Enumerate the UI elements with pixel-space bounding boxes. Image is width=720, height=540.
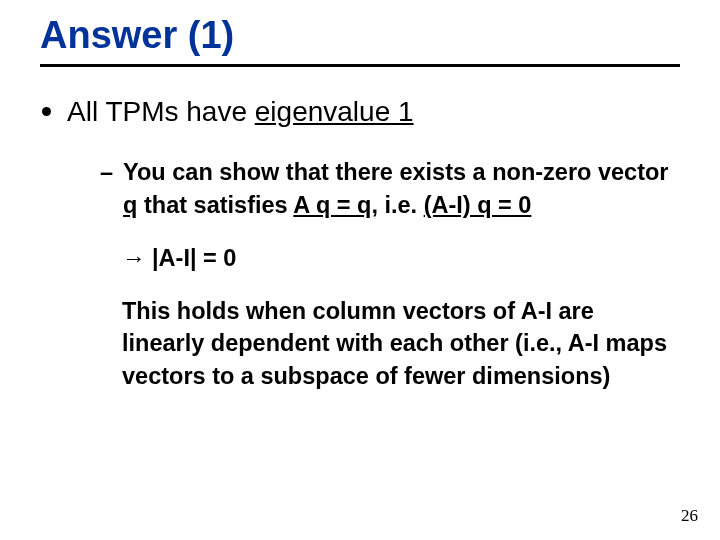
- bullet-dot-icon: [42, 107, 51, 116]
- sub-mid2: , i.e.: [371, 192, 423, 218]
- title-underline: [40, 64, 680, 67]
- sub-mid1: that satisfies: [137, 192, 293, 218]
- slide: Answer (1) All TPMs have eigenvalue 1 – …: [0, 0, 720, 540]
- conclusion-paragraph: This holds when column vectors of A-I ar…: [40, 295, 680, 392]
- page-number: 26: [681, 506, 698, 526]
- bullet-1-prefix: All TPMs have: [67, 96, 255, 127]
- sub-eq2: (A-I) q = 0: [424, 192, 532, 218]
- implication-line: → |A-I| = 0: [40, 242, 680, 274]
- slide-title: Answer (1): [40, 14, 680, 58]
- sub-prefix: You can show that there exists a non-zer…: [123, 159, 668, 185]
- sub-q1: q: [123, 192, 137, 218]
- bullet-level-1: All TPMs have eigenvalue 1: [42, 93, 680, 131]
- bullet-1-underlined: eigenvalue 1: [255, 96, 414, 127]
- bullet-2-text: You can show that there exists a non-zer…: [123, 156, 680, 222]
- sub-eq: A q = q: [293, 192, 371, 218]
- bullet-1-text: All TPMs have eigenvalue 1: [67, 93, 414, 131]
- bullet-level-2: – You can show that there exists a non-z…: [40, 156, 680, 222]
- bullet-dash-icon: –: [100, 156, 113, 189]
